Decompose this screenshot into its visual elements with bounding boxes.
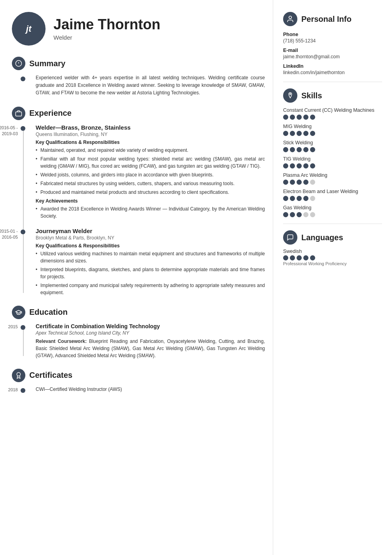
resume-header: jt Jaime Thornton Welder: [12, 12, 265, 46]
skill-dots-6: [283, 212, 382, 217]
svg-point-4: [290, 94, 291, 95]
summary-section: Summary Experienced welder with 4+ years…: [12, 57, 265, 97]
job-ach-label-1: Key Achievements: [36, 198, 265, 204]
dot-empty: [310, 212, 315, 217]
dot-empty: [303, 212, 308, 217]
lang-level-0: Professional Working Proficiency: [283, 261, 382, 266]
dot: [283, 196, 288, 201]
dot: [297, 131, 302, 136]
job-date-2: 2015-01 -2016-05: [0, 228, 18, 241]
skill-dots-1: [283, 131, 382, 136]
dot: [290, 163, 295, 168]
languages-icon: [283, 230, 297, 245]
dot: [303, 115, 308, 120]
avatar: jt: [12, 12, 46, 46]
skill-name-4: Plasma Arc Welding: [283, 172, 382, 178]
summary-dot: [21, 77, 25, 81]
header-info: Jaime Thornton Welder: [53, 17, 160, 41]
dot: [303, 163, 308, 168]
job-item-2: 2015-01 -2016-05 Journeyman Welder Brook…: [36, 228, 265, 296]
experience-icon: [12, 107, 25, 120]
dot: [283, 163, 288, 168]
skill-name-5: Electron Beam and Laser Welding: [283, 189, 382, 194]
dot: [290, 212, 295, 217]
skill-name-3: TIG Welding: [283, 156, 382, 162]
list-item: Awarded the 2018 Excellence in Welding A…: [36, 205, 265, 220]
job-resp-label-1: Key Qualifications & Responsibilities: [36, 140, 265, 145]
resume-wrapper: jt Jaime Thornton Welder Summary Ex: [0, 0, 392, 555]
skill-item-1: MIG Welding: [283, 124, 382, 136]
education-timeline: 2015 Certificate in Combination Welding …: [12, 323, 265, 359]
skills-divider: [283, 82, 382, 82]
edu-item-1: 2015 Certificate in Combination Welding …: [36, 323, 265, 359]
skill-dots-0: [283, 115, 382, 120]
job-responsibilities-1: Maintained, operated, and repaired wide …: [36, 147, 265, 196]
dot: [290, 196, 295, 201]
edu-content-1: Certificate in Combination Welding Techn…: [36, 323, 265, 359]
dot: [283, 255, 288, 260]
list-item: Utilized various welding machines to mai…: [36, 250, 265, 264]
dot: [283, 131, 288, 136]
timeline-dot-1: [21, 126, 25, 131]
dot: [297, 147, 302, 152]
edu-degree-1: Certificate in Combination Welding Techn…: [36, 323, 265, 329]
job-responsibilities-2: Utilized various welding machines to mai…: [36, 250, 265, 296]
list-item: Implemented company and municipal safety…: [36, 282, 265, 296]
right-column: Personal Info Phone (718) 555-1234 E-mai…: [273, 0, 392, 555]
job-resp-label-2: Key Qualifications & Responsibilities: [36, 243, 265, 249]
lang-dots-0: [283, 255, 382, 260]
coursework-label: Relevant Coursework:: [36, 339, 87, 344]
skill-item-3: TIG Welding: [283, 156, 382, 168]
skill-item-4: Plasma Arc Welding: [283, 172, 382, 185]
edu-dot-1: [21, 325, 25, 330]
dot-empty: [310, 196, 315, 201]
job-company-2: Brooklyn Metal & Parts, Brooklyn, NY: [36, 235, 265, 241]
skills-icon: [283, 88, 297, 103]
dot: [303, 180, 308, 185]
list-item: Interpreted blueprints, diagrams, sketch…: [36, 266, 265, 280]
job-title-2: Journeyman Welder: [36, 228, 265, 234]
dot: [310, 255, 315, 260]
dot: [303, 131, 308, 136]
education-icon: [12, 306, 25, 319]
languages-title: Languages: [301, 233, 343, 242]
timeline-dot-2: [21, 230, 25, 234]
skill-dots-4: [283, 180, 382, 185]
dot: [303, 147, 308, 152]
languages-divider: [283, 224, 382, 224]
svg-point-3: [289, 16, 292, 19]
pi-linkedin: LinkedIn linkedin.com/in/jaimethornton: [283, 63, 382, 75]
list-item: Maintained, operated, and repaired wide …: [36, 147, 265, 154]
experience-header: Experience: [12, 107, 265, 120]
lang-item-0: Swedish Professional Working Proficiency: [283, 249, 382, 266]
education-section: Education 2015 Certificate in Combinatio…: [12, 306, 265, 359]
dot: [290, 147, 295, 152]
dot: [297, 212, 302, 217]
skill-dots-5: [283, 196, 382, 201]
personal-info-title: Personal Info: [301, 15, 352, 24]
skill-name-6: Gas Welding: [283, 205, 382, 211]
dot: [303, 255, 308, 260]
education-header: Education: [12, 306, 265, 319]
dot: [290, 115, 295, 120]
dot: [297, 196, 302, 201]
certificates-title: Certificates: [29, 371, 72, 380]
skills-header: Skills: [283, 88, 382, 103]
skill-name-2: Stick Welding: [283, 140, 382, 145]
skill-name-0: Constant Current (CC) Welding Machines: [283, 107, 382, 113]
skill-item-6: Gas Welding: [283, 205, 382, 217]
certificates-section: Certificates 2018 CWI—Certified Welding …: [12, 369, 265, 392]
pi-email: E-mail jaime.thornton@gmail.com: [283, 48, 382, 59]
pi-email-label: E-mail: [283, 48, 382, 53]
dot: [310, 147, 315, 152]
experience-title: Experience: [29, 109, 72, 118]
skill-name-1: MIG Welding: [283, 124, 382, 129]
cert-content-1: CWI—Certified Welding Instructor (AWS): [36, 386, 265, 392]
dot: [297, 255, 302, 260]
experience-section: Experience 2016-05 -2019-03 Welder—Brass…: [12, 107, 265, 296]
dot: [297, 115, 302, 120]
dot: [310, 131, 315, 136]
dot: [297, 163, 302, 168]
cert-date-1: 2018: [0, 387, 18, 393]
pi-phone: Phone (718) 555-1234: [283, 32, 382, 44]
